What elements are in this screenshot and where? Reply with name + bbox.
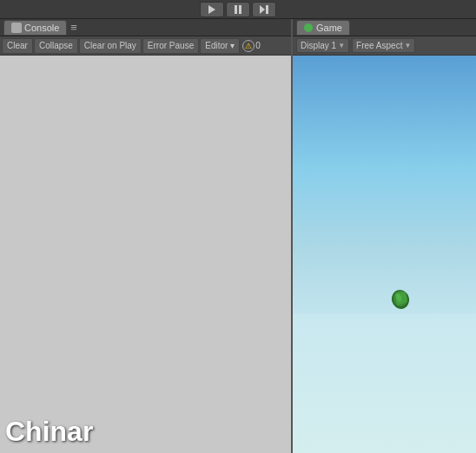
warning-count: 0	[255, 41, 261, 50]
sky-background	[293, 56, 476, 334]
aspect-select[interactable]: Free Aspect ▼	[352, 38, 415, 53]
console-panel: Console ≡ Clear Collapse Clear on Play E…	[0, 19, 293, 453]
main-layout: Console ≡ Clear Collapse Clear on Play E…	[0, 19, 476, 453]
display-dropdown-arrow: ▼	[338, 42, 345, 49]
console-tab-label: Console	[24, 23, 59, 33]
svg-rect-2	[239, 5, 241, 14]
ground-background	[293, 314, 476, 453]
console-tab-menu-icon[interactable]: ≡	[70, 21, 77, 34]
aspect-label: Free Aspect	[356, 41, 402, 50]
svg-rect-4	[266, 5, 268, 14]
display-label: Display 1	[301, 41, 336, 50]
play-button[interactable]	[200, 2, 224, 17]
leaf-svg	[388, 286, 413, 311]
game-object	[388, 286, 413, 311]
clear-on-play-button[interactable]: Clear on Play	[79, 38, 142, 54]
error-pause-button[interactable]: Error Pause	[142, 38, 199, 54]
step-button[interactable]	[252, 2, 276, 17]
console-tab[interactable]: Console	[3, 20, 67, 36]
game-tab-label: Game	[316, 23, 342, 33]
game-tab-bar: Game	[293, 19, 476, 36]
game-viewport	[293, 56, 476, 453]
game-panel: Game Display 1 ▼ Free Aspect ▼	[293, 19, 476, 453]
aspect-dropdown-arrow: ▼	[404, 42, 411, 49]
svg-marker-0	[208, 5, 215, 14]
top-toolbar	[0, 0, 476, 19]
console-icon	[11, 23, 22, 33]
collapse-button[interactable]: Collapse	[34, 38, 78, 54]
warning-icon: ⚠	[242, 40, 255, 52]
svg-marker-3	[260, 5, 265, 14]
chinar-label: Chinar	[5, 416, 93, 448]
editor-button[interactable]: Editor ▾	[200, 38, 240, 54]
console-tab-bar: Console ≡	[0, 19, 291, 36]
svg-rect-1	[235, 5, 237, 14]
game-tab[interactable]: Game	[296, 20, 350, 36]
display-select[interactable]: Display 1 ▼	[296, 38, 349, 53]
game-toolbar: Display 1 ▼ Free Aspect ▼	[293, 36, 476, 56]
pause-button[interactable]	[226, 2, 250, 17]
game-icon	[304, 23, 313, 32]
clear-button[interactable]: Clear	[2, 38, 33, 54]
console-content: Chinar	[0, 56, 291, 453]
console-toolbar: Clear Collapse Clear on Play Error Pause…	[0, 36, 291, 56]
